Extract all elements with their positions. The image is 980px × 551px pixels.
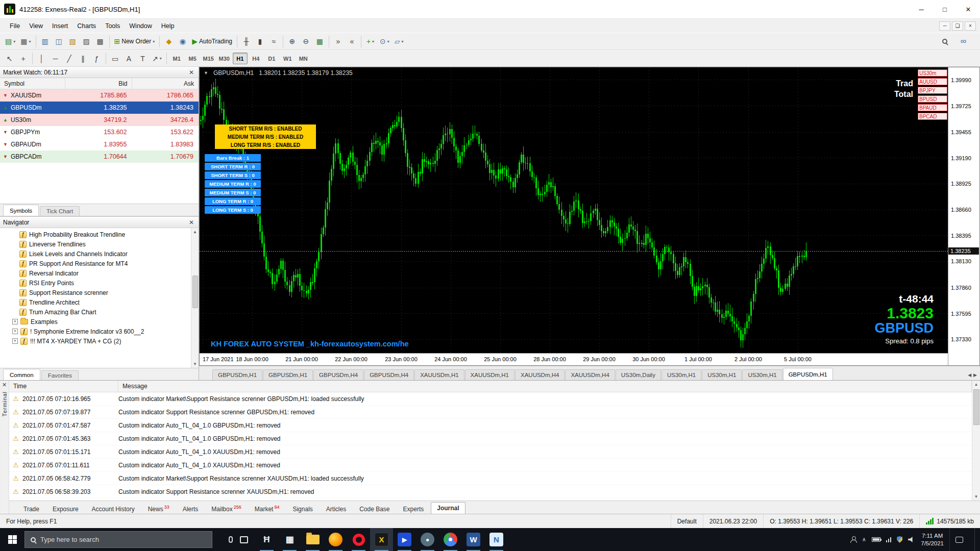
timeframe-button-d1[interactable]: D1 [264,53,279,64]
taskbar-app-chrome[interactable] [439,528,462,551]
scroll-down-icon[interactable]: ▼ [974,493,978,500]
journal-row[interactable]: ⚠2021.07.05 07:01:11.611Custom indicator… [9,459,972,472]
market-watch-row-gbpcadm[interactable]: ▼GBPCADm1.706441.70679 [0,151,199,163]
chart-shift-button[interactable]: « [345,35,359,48]
tile-windows-button[interactable]: ▦ [313,35,327,48]
text-label-tool[interactable]: T [136,52,150,65]
bar-chart-button[interactable]: ╫ [239,35,253,48]
crosshair-tool[interactable]: + [16,52,30,65]
scrollbar-thumb[interactable] [192,276,198,308]
chart-tab-9[interactable]: US30m,H1 [662,369,701,380]
terminal-scrollbar[interactable]: ▲ ▼ [972,381,980,500]
menu-item-window[interactable]: Window [125,20,156,32]
timeframe-button-m30[interactable]: M30 [217,53,232,64]
navigator-item[interactable]: ƒReversal Indicator [0,268,199,278]
terminal-tab-code-base[interactable]: Code Base [353,504,396,514]
horizontal-line-tool[interactable]: ─ [48,52,62,65]
task-view-button[interactable] [233,528,255,551]
scroll-up-icon[interactable]: ▲ [193,228,197,236]
market-watch-row-gbpjpym[interactable]: ▼GBPJPYm153.602153.622 [0,126,199,138]
market-watch-row-gbpusdm[interactable]: ▲GBPUSDm1.382351.38243 [0,102,199,114]
navigator-item[interactable]: ƒLineverse Trendlines [0,239,199,249]
menu-item-file[interactable]: File [5,20,24,32]
autotrading-button[interactable]: ▶AutoTrading [189,35,235,48]
market-watch-row-us30m[interactable]: ▲US30m34719.234726.4 [0,114,199,126]
tab-scroll-right-icon[interactable]: ▶ [973,372,977,378]
menu-item-tools[interactable]: Tools [101,20,125,32]
terminal-tab-market[interactable]: Market94 [249,504,286,514]
chart-tab-12[interactable]: GBPUSDm,H1 [783,368,833,380]
navigator-toggle[interactable]: ▧ [66,35,80,48]
strategy-tester-toggle[interactable]: ▩ [93,35,107,48]
expand-icon[interactable]: + [12,338,18,344]
menu-item-help[interactable]: Help [157,20,179,32]
start-button[interactable] [0,528,24,551]
chart-tab-scroll[interactable]: ◀▶ [968,372,977,380]
cortana-mic-button[interactable] [212,528,233,551]
periods-button[interactable]: ⊙▾ [377,35,392,48]
journal-row[interactable]: ⚠2021.07.05 07:10:16.965Custom indicator… [9,392,972,406]
menu-item-charts[interactable]: Charts [72,20,101,32]
price-axis[interactable]: 1.399901.397251.394551.391901.389251.386… [948,67,979,365]
mdi-close-button[interactable]: × [965,21,976,31]
journal-row[interactable]: ⚠2021.07.05 07:07:19.877Custom indicator… [9,406,972,419]
line-chart-button[interactable]: ≈ [267,35,281,48]
taskbar-app-word[interactable]: W [462,528,485,551]
zoom-out-button[interactable]: ⊖ [299,35,313,48]
profiles-button[interactable]: ▦▾ [18,35,33,48]
taskbar-app-exness-terminal[interactable]: X [370,528,393,551]
minimize-button[interactable]: ─ [910,0,933,18]
chart-tab-2[interactable]: GBPUSDm,H4 [313,369,363,380]
journal-row[interactable]: ⚠2021.07.05 07:01:47.587Custom indicator… [9,419,972,432]
navigator-scrollbar[interactable]: ▲ ▼ [191,228,199,368]
market-watch-tab-tick-chart[interactable]: Tick Chart [40,206,80,216]
taskbar-app-media-player[interactable]: ▶ [393,528,416,551]
chart-tab-5[interactable]: XAUUSDm,H1 [465,369,514,380]
terminal-tab-news[interactable]: News33 [142,504,176,514]
market-watch-tab-symbols[interactable]: Symbols [3,205,39,216]
security-shield-icon[interactable] [897,536,902,543]
terminal-tab-mailbox[interactable]: Mailbox256 [205,504,247,514]
navigator-item[interactable]: ƒRSI Entry Points [0,278,199,288]
timeframe-button-m15[interactable]: M15 [201,53,216,64]
auto-scroll-button[interactable]: » [331,35,345,48]
show-desktop-button[interactable] [974,528,977,551]
candlestick-button[interactable]: ▮ [253,35,267,48]
timeframe-button-m1[interactable]: M1 [169,53,184,64]
search-button[interactable] [938,35,951,48]
data-window-toggle[interactable]: ◫ [52,35,66,48]
scroll-down-icon[interactable]: ▼ [193,360,197,368]
navigator-item[interactable]: +ƒ! Symphonie Extreme Indicator v3 600__… [0,327,199,336]
chart-tab-10[interactable]: US30m,H1 [702,369,742,380]
terminal-tab-account-history[interactable]: Account History [86,504,141,514]
one-click-trading-icon[interactable]: ▼ [204,70,208,76]
community-button[interactable]: ∞ [957,35,970,48]
navigator-item[interactable]: +ƒ!!! MT4 X-YARDEY TMA + CG (2) [0,336,199,346]
timeframe-button-h1[interactable]: H1 [233,53,248,64]
time-axis[interactable]: 17 Jun 202118 Jun 00:0021 Jun 00:0022 Ju… [200,353,948,365]
zoom-in-button[interactable]: ⊕ [285,35,299,48]
menu-item-view[interactable]: View [24,20,47,32]
taskbar-app-file-explorer[interactable] [301,528,324,551]
chart-tab-3[interactable]: GBPUSDm,H4 [364,369,414,380]
journal-row[interactable]: ⚠2021.07.05 07:01:45.363Custom indicator… [9,432,972,445]
terminal-close-icon[interactable]: ✕ [2,382,7,388]
new-order-button[interactable]: ⊞New Order▾ [112,35,158,48]
mdi-minimize-button[interactable]: ─ [939,21,950,31]
timeframe-button-mn[interactable]: MN [296,53,311,64]
metaeditor-button[interactable]: ◆ [162,35,176,48]
taskbar-app-notepad[interactable]: N [485,528,508,551]
arrows-tool[interactable]: ↗▾ [150,52,164,65]
navigator-item[interactable]: ƒTrum Amazing Bar Chart [0,307,199,317]
chart-tab-8[interactable]: US30m,Daily [616,369,661,380]
terminal-tab-signals[interactable]: Signals [286,504,318,514]
taskbar-clock[interactable]: 7:11 AM 7/5/2021 [921,532,944,547]
journal-row[interactable]: ⚠2021.07.05 06:58:42.779Custom indicator… [9,472,972,485]
market-watch-row-xauusdm[interactable]: ▼XAUUSDm1785.8651786.065 [0,89,199,102]
terminal-tab-articles[interactable]: Articles [320,504,352,514]
volume-icon[interactable] [908,537,915,543]
people-icon[interactable] [850,536,856,543]
templates-button[interactable]: ▱▾ [392,35,406,48]
journal-row[interactable]: ⚠2021.07.05 06:58:39.203Custom indicator… [9,485,972,498]
expand-icon[interactable]: + [12,329,18,334]
